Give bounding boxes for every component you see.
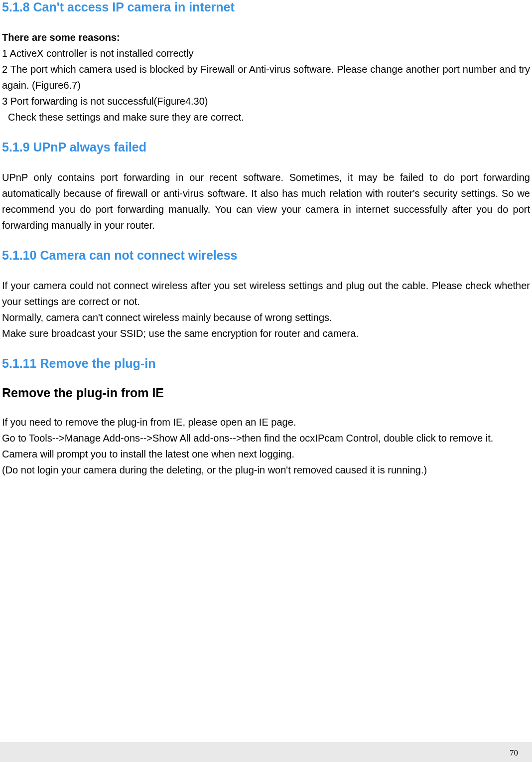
check-text: Check these settings and make sure they … xyxy=(2,109,530,125)
wireless-p1: If your camera could not connect wireles… xyxy=(2,278,530,309)
heading-518: 5.1.8 Can't access IP camera in internet xyxy=(2,0,530,14)
reason-1: 1 ActiveX controller is not installed co… xyxy=(2,45,530,61)
page-number: 70 xyxy=(510,748,518,758)
wireless-p3: Make sure broadcast your SSID; use the s… xyxy=(2,325,530,341)
wireless-p2: Normally, camera can't connect wireless … xyxy=(2,309,530,325)
plugin-p3: Camera will prompt you to install the la… xyxy=(2,446,530,462)
reasons-label: There are some reasons: xyxy=(2,29,530,45)
plugin-p1: If you need to remove the plug-in from I… xyxy=(2,414,530,430)
footer-bar xyxy=(0,742,532,762)
heading-519: 5.1.9 UPnP always failed xyxy=(2,140,530,154)
heading-5110: 5.1.10 Camera can not connect wireless xyxy=(2,248,530,263)
reason-3: 3 Port forwarding is not successful(Figu… xyxy=(2,93,530,109)
reason-2: 2 The port which camera used is blocked … xyxy=(2,61,530,93)
plugin-p4: (Do not login your camera during the del… xyxy=(2,462,530,478)
upnp-body: UPnP only contains port forwarding in ou… xyxy=(2,169,530,233)
heading-5111: 5.1.11 Remove the plug-in xyxy=(2,356,530,371)
subheading-remove-ie: Remove the plug-in from IE xyxy=(2,386,530,400)
plugin-p2: Go to Tools-->Manage Add-ons-->Show All … xyxy=(2,430,530,446)
